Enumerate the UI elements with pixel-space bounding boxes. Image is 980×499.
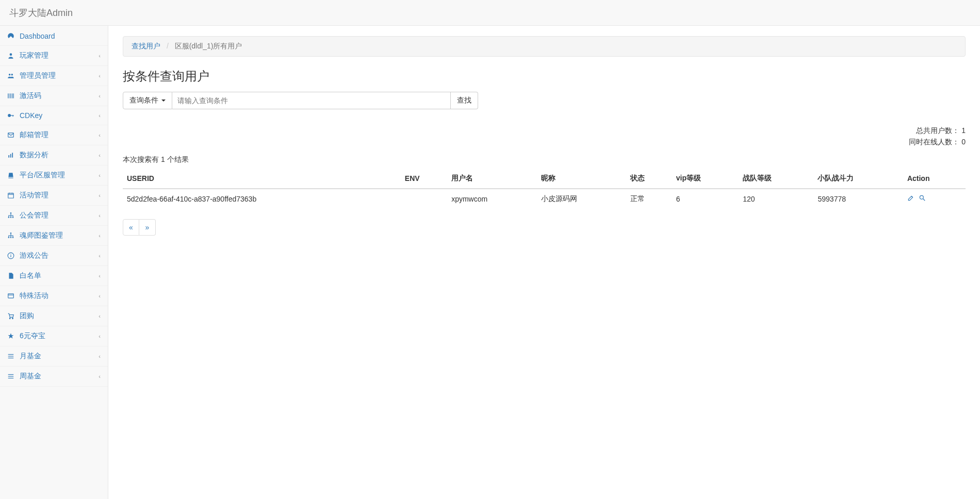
sidebar-item-label: 魂师图鉴管理 xyxy=(20,231,63,240)
sidebar-item-17[interactable]: 周基金‹ xyxy=(0,367,108,386)
sidebar-item-1[interactable]: 玩家管理‹ xyxy=(0,46,108,65)
table-header: ENV xyxy=(401,169,447,189)
breadcrumb-current: 区服(dldl_1)所有用户 xyxy=(175,42,242,50)
mail-icon xyxy=(7,131,15,139)
sidebar-item-4[interactable]: CDKey‹ xyxy=(0,106,108,125)
table-cell-username: xpymwcom xyxy=(447,189,536,209)
barcode-icon xyxy=(7,92,15,99)
user-icon xyxy=(7,52,15,59)
search-button[interactable]: 查找 xyxy=(451,92,478,109)
svg-rect-8 xyxy=(13,93,14,98)
pagination-next[interactable]: » xyxy=(139,219,156,236)
sidebar-item-13[interactable]: 特殊活动‹ xyxy=(0,286,108,306)
chevron-left-icon: ‹ xyxy=(99,373,101,379)
total-users-label: 总共用户数： xyxy=(916,126,959,135)
pagination-prev[interactable]: « xyxy=(123,219,139,236)
svg-point-1 xyxy=(9,74,11,76)
svg-rect-23 xyxy=(12,217,13,218)
sidebar-item-0[interactable]: Dashboard xyxy=(0,27,108,45)
svg-point-0 xyxy=(10,53,12,56)
sidebar-item-3[interactable]: 激活码‹ xyxy=(0,86,108,106)
results-count-label: 本次搜索有 1 个结果 xyxy=(123,155,966,164)
svg-rect-14 xyxy=(10,154,11,158)
svg-point-41 xyxy=(920,196,923,199)
svg-rect-39 xyxy=(8,376,14,376)
table-header: 昵称 xyxy=(537,169,626,189)
sidebar-item-9[interactable]: 公会管理‹ xyxy=(0,206,108,225)
window-icon xyxy=(7,292,15,300)
table-cell-status: 正常 xyxy=(626,189,672,209)
sidebar-item-15[interactable]: 6元夺宝‹ xyxy=(0,326,108,346)
sidebar: Dashboard玩家管理‹管理员管理‹激活码‹CDKey‹邮箱管理‹数据分析‹… xyxy=(0,26,108,499)
table-header: 小队战斗力 xyxy=(813,169,903,189)
chevron-left-icon: ‹ xyxy=(99,73,101,79)
edit-button[interactable] xyxy=(907,194,914,202)
chevron-left-icon: ‹ xyxy=(99,333,101,339)
svg-rect-20 xyxy=(10,212,11,213)
svg-rect-29 xyxy=(10,255,11,257)
svg-rect-10 xyxy=(10,115,14,115)
svg-rect-25 xyxy=(8,237,9,238)
sidebar-item-label: 数据分析 xyxy=(20,151,48,160)
sidebar-item-6[interactable]: 数据分析‹ xyxy=(0,145,108,165)
svg-rect-16 xyxy=(8,193,14,198)
chevron-left-icon: ‹ xyxy=(99,93,101,99)
sidebar-item-11[interactable]: 游戏公告‹ xyxy=(0,246,108,265)
total-users-value: 1 xyxy=(961,126,966,135)
view-button[interactable] xyxy=(919,194,926,202)
cart-icon xyxy=(7,312,15,320)
table-cell-power: 5993778 xyxy=(813,189,903,209)
chevron-left-icon: ‹ xyxy=(99,212,101,219)
svg-rect-31 xyxy=(8,294,14,298)
svg-point-2 xyxy=(11,74,13,76)
chevron-left-icon: ‹ xyxy=(99,273,101,279)
sidebar-item-16[interactable]: 月基金‹ xyxy=(0,346,108,366)
info-icon xyxy=(7,252,15,259)
chevron-left-icon: ‹ xyxy=(99,53,101,59)
search-condition-dropdown[interactable]: 查询条件 xyxy=(123,92,172,109)
sidebar-item-label: 管理员管理 xyxy=(20,71,56,80)
caret-down-icon xyxy=(161,99,166,102)
sidebar-item-5[interactable]: 邮箱管理‹ xyxy=(0,125,108,145)
svg-rect-3 xyxy=(8,93,8,98)
chevron-left-icon: ‹ xyxy=(99,313,101,319)
users-icon xyxy=(7,72,15,79)
file-icon xyxy=(7,272,15,279)
chevron-left-icon: ‹ xyxy=(99,172,101,178)
calendar-icon xyxy=(7,192,15,199)
sidebar-item-label: 白名单 xyxy=(20,271,41,280)
server-icon xyxy=(7,172,15,179)
sidebar-item-label: 平台/区服管理 xyxy=(20,171,65,180)
svg-point-34 xyxy=(12,318,13,319)
sidebar-item-7[interactable]: 平台/区服管理‹ xyxy=(0,165,108,185)
sidebar-item-12[interactable]: 白名单‹ xyxy=(0,266,108,286)
key-icon xyxy=(7,112,15,119)
sidebar-item-label: 团购 xyxy=(20,311,34,321)
page-title: 按条件查询用户 xyxy=(123,68,966,85)
sidebar-item-14[interactable]: 团购‹ xyxy=(0,306,108,326)
table-header: 用户名 xyxy=(447,169,536,189)
chart-icon xyxy=(7,152,15,159)
svg-rect-38 xyxy=(8,374,14,375)
svg-rect-13 xyxy=(8,155,9,158)
layout: Dashboard玩家管理‹管理员管理‹激活码‹CDKey‹邮箱管理‹数据分析‹… xyxy=(0,26,980,499)
brand-title: 斗罗大陆Admin xyxy=(9,7,73,19)
sidebar-item-label: 激活码 xyxy=(20,91,41,101)
search-input-group: 查询条件 查找 xyxy=(123,92,478,109)
online-users-label: 同时在线人数： xyxy=(909,138,959,146)
online-users-value: 0 xyxy=(961,138,966,146)
dashboard-icon xyxy=(7,32,15,40)
search-input[interactable] xyxy=(172,92,451,109)
breadcrumb-link[interactable]: 查找用户 xyxy=(132,42,160,50)
sidebar-item-2[interactable]: 管理员管理‹ xyxy=(0,66,108,86)
sidebar-item-label: Dashboard xyxy=(20,32,55,40)
table-header: 状态 xyxy=(626,169,672,189)
chevron-left-icon: ‹ xyxy=(99,293,101,299)
svg-rect-5 xyxy=(10,93,10,98)
sidebar-item-10[interactable]: 魂师图鉴管理‹ xyxy=(0,226,108,245)
sitemap-icon xyxy=(7,212,15,219)
sidebar-item-8[interactable]: 活动管理‹ xyxy=(0,186,108,205)
svg-rect-4 xyxy=(9,93,10,98)
table-header: vip等级 xyxy=(672,169,739,189)
search-row: 查询条件 查找 xyxy=(123,92,966,109)
